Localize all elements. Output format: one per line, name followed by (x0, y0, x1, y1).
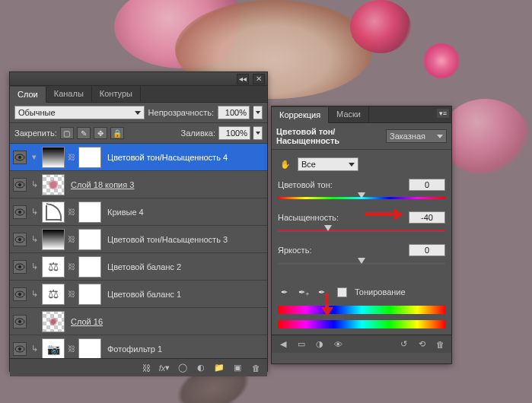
collapse-icon[interactable]: ◂◂ (237, 74, 249, 84)
layer-name[interactable]: Цветовой тон/Насыщенность 3 (104, 235, 264, 244)
layer-thumb-icon[interactable] (42, 284, 65, 305)
layer-thumb-icon[interactable] (42, 147, 65, 168)
lock-pixels-icon[interactable]: ✎ (77, 127, 91, 139)
layer-thumb-icon[interactable] (42, 229, 65, 250)
preset-select[interactable]: Заказная (386, 129, 447, 143)
hue-slider-handle[interactable] (358, 192, 365, 198)
visibility-toggle[interactable] (13, 205, 27, 219)
layer-mask-thumb[interactable] (78, 147, 101, 168)
fill-dropdown-icon[interactable] (253, 126, 263, 140)
layer-thumb-icon[interactable] (42, 256, 65, 278)
close-icon[interactable]: ✕ (253, 74, 265, 84)
saturation-slider[interactable] (278, 226, 445, 235)
hue-input[interactable]: 0 (409, 179, 445, 191)
scrubby-hand-icon[interactable]: ✋ (278, 157, 293, 171)
lightness-slider[interactable] (278, 259, 445, 268)
layer-mask-thumb[interactable] (78, 229, 101, 250)
delete-adjustment-icon[interactable]: 🗑 (433, 338, 447, 351)
layers-list[interactable]: ▾ ⛓ Цветовой тон/Насыщенность 4 ↳ Слой 1… (10, 144, 267, 358)
opacity-dropdown-icon[interactable] (253, 106, 263, 119)
layer-row[interactable]: ↳ ⛓ Кривые 4 (10, 198, 267, 226)
tab-masks[interactable]: Маски (329, 106, 369, 122)
result-spectrum[interactable] (278, 320, 445, 328)
lightness-input[interactable]: 0 (409, 244, 445, 256)
svg-point-5 (18, 211, 21, 214)
adjustments-bottom-bar: ◀ ▭ ◑ 👁 ↺ ⟲ 🗑 (272, 335, 451, 353)
layer-name[interactable]: Слой 18 копия 3 (68, 180, 264, 189)
layer-row[interactable]: Слой 16 (10, 308, 267, 335)
visibility-toggle[interactable] (13, 233, 27, 246)
lightness-slider-handle[interactable] (358, 258, 365, 264)
layer-mask-thumb[interactable] (78, 256, 101, 278)
tab-channels[interactable]: Каналы (46, 86, 92, 102)
visibility-toggle[interactable] (13, 342, 27, 356)
clip-indicator-icon: ↳ (30, 289, 39, 299)
layer-thumb-icon[interactable] (42, 174, 65, 195)
expand-view-icon[interactable]: ▭ (295, 338, 308, 351)
lock-position-icon[interactable]: ✥ (94, 127, 107, 139)
hue-slider[interactable] (278, 193, 445, 202)
layers-panel-titlebar[interactable]: ◂◂ ✕ (10, 72, 267, 86)
lock-all-icon[interactable]: 🔒 (110, 127, 124, 139)
annotation-arrow (365, 209, 403, 220)
expand-icon[interactable]: ▾ (30, 152, 39, 162)
layer-thumb-icon[interactable] (42, 338, 65, 359)
layer-row[interactable]: ↳ ⛓ Цветовой тон/Насыщенность 3 (10, 226, 267, 253)
blend-mode-select[interactable]: Обычные (14, 106, 145, 119)
layer-mask-thumb[interactable] (78, 284, 101, 305)
layer-name[interactable]: Цветовой тон/Насыщенность 4 (104, 153, 264, 162)
layer-name[interactable]: Слой 16 (68, 317, 264, 326)
layer-mask-thumb[interactable] (78, 202, 101, 223)
fx-icon[interactable]: fx▾ (158, 362, 171, 374)
saturation-input[interactable]: -40 (409, 211, 445, 224)
view-previous-state-icon[interactable]: ↺ (397, 338, 410, 351)
toggle-visibility-icon[interactable]: 👁 (331, 338, 345, 351)
add-mask-icon[interactable]: ◯ (176, 362, 190, 374)
svg-point-15 (18, 347, 21, 351)
bg-flower2 (441, 99, 529, 175)
new-adjustment-icon[interactable]: ◐ (194, 362, 208, 374)
layer-row[interactable]: ↳ ⛓ Цветовой баланс 2 (10, 253, 267, 281)
saturation-slider-handle[interactable] (324, 225, 332, 231)
visibility-toggle[interactable] (13, 178, 27, 192)
bg-rose (350, 0, 411, 53)
layer-thumb-icon[interactable] (42, 202, 65, 223)
layer-name[interactable]: Кривые 4 (104, 208, 264, 217)
channel-select[interactable]: Все (298, 157, 358, 171)
delete-layer-icon[interactable]: 🗑 (249, 362, 263, 374)
visibility-toggle[interactable] (13, 287, 27, 301)
link-layers-icon[interactable]: ⛓ (139, 362, 153, 374)
layer-row[interactable]: ↳ ⛓ Фотофильтр 1 (10, 335, 267, 358)
adjustments-panel-tabs: Коррекция Маски ▾≡ (272, 106, 451, 123)
svg-point-11 (18, 293, 21, 296)
layer-thumb-icon[interactable] (42, 311, 65, 332)
opacity-input[interactable]: 100% (218, 106, 250, 119)
tab-paths[interactable]: Контуры (92, 86, 141, 102)
visibility-toggle[interactable] (13, 260, 27, 274)
layer-row[interactable]: ▾ ⛓ Цветовой тон/Насыщенность 4 (10, 144, 267, 171)
clip-to-layer-icon[interactable]: ◑ (313, 338, 327, 351)
layer-row[interactable]: ↳ ⛓ Цветовой баланс 1 (10, 281, 267, 308)
return-to-list-icon[interactable]: ◀ (276, 338, 290, 351)
layer-name[interactable]: Фотофильтр 1 (104, 344, 264, 354)
fill-input[interactable]: 100% (218, 126, 250, 140)
source-spectrum[interactable] (278, 306, 445, 314)
visibility-toggle[interactable] (13, 315, 27, 328)
eyedropper-icon[interactable]: ✒ (278, 286, 290, 298)
visibility-toggle[interactable] (13, 151, 27, 164)
layer-name[interactable]: Цветовой баланс 1 (104, 290, 264, 299)
new-layer-icon[interactable]: ▣ (231, 362, 244, 374)
layer-row[interactable]: ↳ Слой 18 копия 3 (10, 171, 267, 198)
tab-correction[interactable]: Коррекция (272, 107, 329, 123)
new-group-icon[interactable]: 📁 (212, 362, 226, 374)
lock-transparent-icon[interactable]: ▢ (60, 127, 74, 139)
eyedropper-add-icon[interactable]: ✒₊ (298, 286, 310, 298)
adjustment-header: Цветовой тон/Насыщенность Заказная (272, 123, 451, 150)
layers-bottom-bar: ⛓ fx▾ ◯ ◐ 📁 ▣ 🗑 (10, 358, 267, 376)
layer-mask-thumb[interactable] (78, 338, 101, 359)
panel-menu-icon[interactable]: ▾≡ (436, 108, 450, 119)
colorize-checkbox[interactable] (337, 287, 347, 297)
reset-icon[interactable]: ⟲ (415, 338, 428, 351)
tab-layers[interactable]: Слои (10, 87, 46, 103)
layer-name[interactable]: Цветовой баланс 2 (104, 262, 264, 271)
